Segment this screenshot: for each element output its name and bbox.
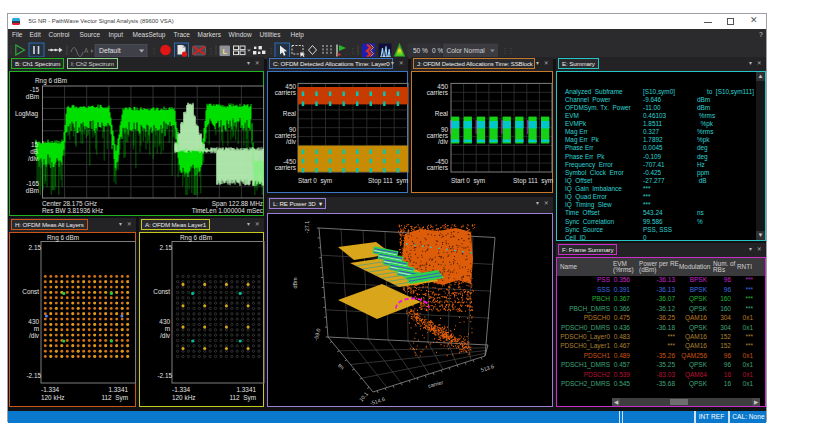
svg-text:0 %: 0 % — [432, 47, 443, 54]
svg-text:A: A — [84, 47, 89, 54]
svg-text:50 %: 50 % — [413, 47, 428, 54]
svg-text:-514.6: -514.6 — [369, 396, 385, 406]
svg-text:Color Normal: Color Normal — [447, 47, 486, 54]
svg-text:dBm: dBm — [292, 277, 298, 289]
svg-text:Default: Default — [99, 47, 121, 54]
svg-text:tm: tm — [337, 362, 346, 371]
svg-text:513.6: 513.6 — [480, 363, 495, 373]
svg-text:10.1: 10.1 — [358, 391, 369, 403]
svg-text:-27.1: -27.1 — [304, 221, 310, 233]
svg-text:-59.0: -59.0 — [313, 328, 322, 341]
svg-text:L: L — [223, 47, 228, 56]
svg-text:carrier: carrier — [427, 379, 444, 389]
